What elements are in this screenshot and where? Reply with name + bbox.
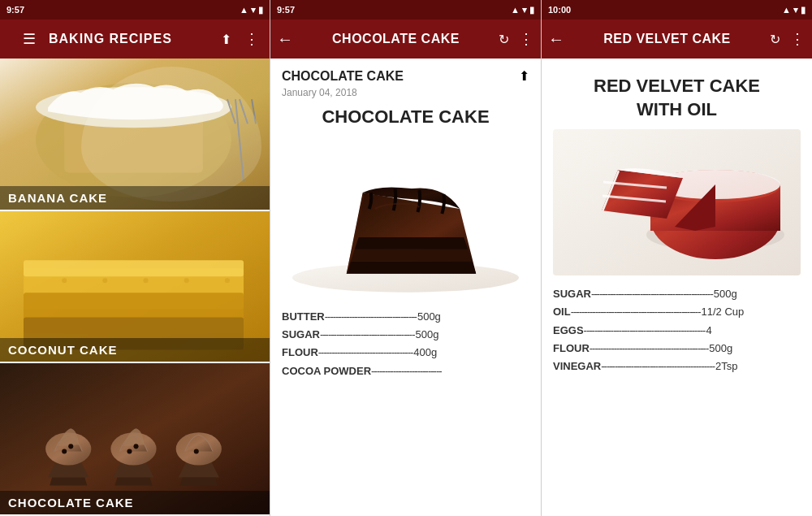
chocolate-header-title: CHOCOLATE CAKE [293, 32, 499, 46]
signal-icon-1: ▲ [240, 5, 248, 15]
svg-line-6 [240, 99, 248, 124]
redvelvet-title: RED VELVET CAKE WITH OIL [553, 75, 801, 121]
signal-icon-2: ▲ [511, 5, 520, 15]
ingredient-cocoa: COCOA POWDER-------------------------- [282, 364, 529, 379]
recipe-share-row: CHOCOLATE CAKE ⬆ [282, 68, 529, 84]
panel-chocolate-detail: 9:57 ▲ ▾ ▮ ← CHOCOLATE CAKE ↻ ⋮ CHOCOLAT… [270, 0, 542, 516]
svg-point-25 [133, 444, 138, 449]
battery-icon-3: ▮ [801, 5, 806, 15]
panel-recipes-list: 9:57 ▲ ▾ ▮ ☰ BAKING RECIPES ⬆ ⋮ [0, 0, 270, 516]
status-icons-2: ▲ ▾ ▮ [511, 5, 534, 15]
svg-point-26 [194, 449, 199, 454]
ingredients-section-3: SUGAR-----------------------------------… [553, 287, 801, 374]
chocolate-cake-img [282, 136, 529, 298]
redvelvet-header: ← RED VELVET CAKE ↻ ⋮ [542, 20, 812, 59]
app-bar-1: ☰ BAKING RECIPES ⬆ ⋮ [0, 20, 270, 59]
wifi-icon-3: ▾ [793, 5, 798, 15]
ingredient-oil: OIL-------------------------------------… [553, 305, 801, 319]
recipe-item-banana[interactable]: BANANA CAKE [0, 59, 270, 211]
signal-icon-3: ▲ [782, 5, 791, 15]
svg-point-13 [62, 278, 67, 283]
ingredient-sugar-3: SUGAR-----------------------------------… [553, 287, 801, 301]
status-bar-2: 9:57 ▲ ▾ ▮ [270, 0, 541, 20]
chocolate-header: ← CHOCOLATE CAKE ↻ ⋮ [270, 20, 541, 59]
svg-line-5 [227, 99, 235, 124]
recipe-item-coconut[interactable]: COCONUT CAKE [0, 211, 270, 364]
redvelvet-cake-img [553, 129, 801, 275]
refresh-icon-3[interactable]: ↻ [770, 32, 780, 47]
svg-line-4 [235, 99, 244, 180]
ingredient-flour-2: FLOUR-----------------------------------… [282, 345, 529, 360]
header-icons-3: ↻ ⋮ [770, 30, 806, 48]
status-time-2: 9:57 [277, 5, 295, 15]
svg-point-16 [184, 278, 189, 283]
status-bar-3: 10:00 ▲ ▾ ▮ [542, 0, 812, 20]
app-title: BAKING RECIPES [49, 32, 208, 46]
more-icon-3[interactable]: ⋮ [790, 30, 806, 48]
chocolate-cake-label: CHOCOLATE CAKE [0, 491, 270, 514]
svg-point-22 [62, 449, 67, 454]
svg-point-15 [144, 278, 149, 283]
ingredients-section-2: BUTTER----------------------------------… [282, 310, 529, 379]
banana-cake-label: BANANA CAKE [0, 186, 270, 210]
status-icons-3: ▲ ▾ ▮ [782, 5, 806, 15]
panel-redvelvet-detail: 10:00 ▲ ▾ ▮ ← RED VELVET CAKE ↻ ⋮ RED VE… [542, 0, 812, 516]
back-button-3[interactable]: ← [548, 30, 564, 49]
status-icons-1: ▲ ▾ ▮ [240, 5, 263, 15]
chocolate-recipe-name: CHOCOLATE CAKE [282, 69, 404, 84]
chocolate-date: January 04, 2018 [282, 87, 529, 98]
recipe-list: BANANA CAKE [0, 59, 270, 516]
ingredient-eggs: EGGS------------------------------------… [553, 323, 801, 338]
wifi-icon-1: ▾ [251, 5, 256, 15]
svg-rect-12 [24, 260, 244, 276]
redvelvet-header-title: RED VELVET CAKE [564, 32, 770, 46]
status-time-3: 10:00 [548, 5, 571, 15]
redvelvet-content: RED VELVET CAKE WITH OIL [542, 59, 812, 516]
chocolate-content: CHOCOLATE CAKE ⬆ January 04, 2018 CHOCOL… [270, 59, 541, 516]
wifi-icon-2: ▾ [522, 5, 527, 15]
ingredient-sugar-2: SUGAR-----------------------------------… [282, 327, 529, 342]
status-bar-1: 9:57 ▲ ▾ ▮ [0, 0, 270, 20]
share-icon-appbar[interactable]: ⬆ [221, 32, 231, 47]
back-button-2[interactable]: ← [277, 30, 293, 49]
share-icon-2[interactable]: ⬆ [519, 68, 529, 84]
ingredient-vinegar: VINEGAR---------------------------------… [553, 359, 801, 374]
more-icon-1[interactable]: ⋮ [244, 30, 260, 48]
ingredient-butter: BUTTER----------------------------------… [282, 310, 529, 324]
battery-icon-1: ▮ [258, 5, 263, 15]
recipe-item-chocolate[interactable]: CHOCOLATE CAKE [0, 363, 270, 516]
svg-point-17 [225, 278, 230, 283]
refresh-icon-2[interactable]: ↻ [499, 32, 509, 47]
battery-icon-2: ▮ [529, 5, 534, 15]
svg-point-14 [102, 278, 107, 283]
coconut-cake-label: COCONUT CAKE [0, 338, 270, 362]
header-icons-2: ↻ ⋮ [499, 30, 534, 48]
menu-icon[interactable]: ☰ [23, 30, 36, 48]
chocolate-big-title: CHOCOLATE CAKE [282, 106, 529, 128]
status-time-1: 9:57 [6, 5, 24, 15]
more-icon-2[interactable]: ⋮ [519, 30, 534, 48]
ingredient-flour-3: FLOUR-----------------------------------… [553, 341, 801, 356]
svg-point-24 [127, 449, 132, 454]
svg-point-23 [68, 444, 73, 449]
